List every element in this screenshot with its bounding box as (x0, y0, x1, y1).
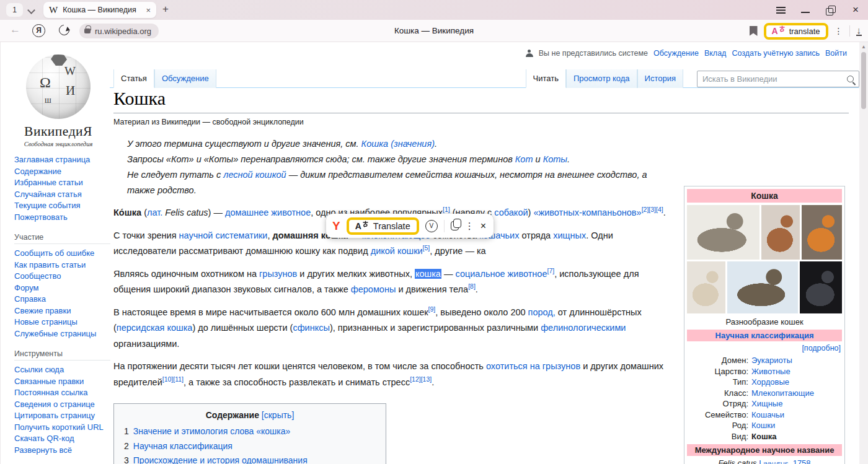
cat-photo-tabby-cat-lying[interactable] (687, 205, 760, 260)
sidebar-link[interactable]: Пожертвовать (14, 212, 110, 224)
details-link[interactable]: [подробно] (687, 341, 842, 354)
wiki-link[interactable]: Животные (751, 367, 790, 376)
sidebar-link[interactable]: Текущие события (14, 200, 110, 212)
wiki-link[interactable]: [10][11] (162, 375, 184, 383)
chevron-down-icon[interactable] (27, 6, 35, 14)
tab-counter-button[interactable]: 1 (6, 3, 23, 17)
tab-close-icon[interactable]: × (146, 6, 151, 15)
classification-header[interactable]: Научная классификация (687, 330, 842, 341)
sidebar-link[interactable]: Случайная статья (14, 189, 110, 201)
restore-window-icon[interactable] (818, 0, 843, 20)
new-tab-button[interactable]: + (162, 3, 169, 15)
download-icon[interactable]: ↓ (856, 26, 862, 36)
wiki-link[interactable]: [12][13] (410, 375, 432, 383)
tab-history[interactable]: История (637, 69, 683, 88)
wikipedia-logo[interactable]: Ω W И ш ВикипедиЯ Свободная энциклопедия (12, 55, 105, 147)
wiki-link[interactable]: лат. (147, 208, 162, 217)
wiki-link[interactable]: [2][3][4] (642, 206, 663, 213)
sidebar-link[interactable]: Форум (14, 282, 110, 294)
lock-icon[interactable] (84, 28, 91, 33)
wiki-link[interactable]: собакой (494, 208, 528, 217)
browser-tab[interactable]: W Кошка — Википедия × (43, 2, 156, 18)
wiki-link[interactable]: Кот (515, 154, 533, 164)
wiki-link[interactable]: фелинологическими (541, 323, 626, 333)
browser-menu-icon[interactable] (769, 0, 794, 20)
copy-icon[interactable] (451, 221, 459, 230)
sidebar-link[interactable]: Связанные правки (14, 376, 110, 388)
sidebar-link[interactable]: Свежие правки (14, 305, 110, 317)
popup-more-icon[interactable]: ⋮ (465, 221, 474, 232)
wiki-link[interactable]: [7] (547, 267, 554, 274)
wiki-link[interactable]: домашнее животное (225, 208, 311, 217)
sidebar-link[interactable]: Скачать QR-код (14, 433, 110, 445)
wiki-link[interactable]: Млекопитающие (751, 388, 814, 398)
wiki-link[interactable]: Кошки (751, 421, 775, 430)
minimize-icon[interactable] (794, 0, 818, 20)
cat-photo-gray-cat-dark[interactable] (800, 261, 842, 313)
tab-article[interactable]: Статья (113, 69, 154, 88)
sidebar-link[interactable]: Сообщество (14, 271, 110, 282)
wiki-link[interactable]: Эукариоты (751, 356, 792, 365)
wiki-link[interactable]: сфинксы (293, 323, 329, 333)
wiki-link[interactable]: феромоны (351, 284, 396, 294)
address-bar[interactable]: ru.wikipedia.org (79, 24, 159, 38)
personal-link[interactable]: Войти (825, 49, 847, 58)
refresh-icon[interactable] (57, 23, 72, 38)
wiki-link[interactable]: пород, (528, 307, 556, 317)
wiki-link[interactable]: персидская кошка (117, 323, 193, 333)
wiki-link[interactable]: охотиться на грызунов (486, 361, 580, 371)
popup-translate-button[interactable]: A Translate (347, 217, 419, 235)
back-icon[interactable]: ← (10, 24, 20, 36)
scroll-up-icon[interactable]: ▲ (861, 44, 866, 50)
wiki-link[interactable]: [9] (428, 305, 436, 313)
tab-talk[interactable]: Обсуждение (154, 69, 216, 88)
wiki-link[interactable]: дикой кошки (371, 246, 423, 256)
cat-photo-abyssinian-cat[interactable] (761, 205, 800, 260)
sidebar-link[interactable]: Служебные страницы (14, 328, 110, 340)
wiki-link[interactable]: Кошачьи (751, 410, 784, 419)
sidebar-link[interactable]: Получить короткий URL (14, 422, 110, 434)
wiki-link[interactable]: Linnaeus (759, 458, 788, 464)
toc-entry[interactable]: 2Научная классификация (124, 439, 376, 454)
wiki-link[interactable]: Хордовые (751, 377, 789, 387)
wiki-link[interactable]: «животных-компаньонов» (533, 208, 641, 217)
wiki-link[interactable]: социальное животное (455, 269, 547, 279)
toc-entry[interactable]: 1Значение и этимология слова «кошка» (124, 424, 376, 439)
translate-options-icon[interactable]: ⋮ (835, 26, 843, 36)
bookmark-icon[interactable] (750, 26, 758, 36)
wiki-link[interactable]: , 1758 (788, 458, 810, 464)
tab-read[interactable]: Читать (526, 69, 566, 88)
sidebar-link[interactable]: Цитировать страницу (14, 410, 110, 422)
sidebar-link[interactable]: Развернуть всё (14, 445, 110, 457)
wiki-link[interactable]: хищных (553, 230, 586, 240)
scrollbar-thumb[interactable] (861, 52, 866, 109)
tab-view-source[interactable]: Просмотр кода (566, 69, 637, 88)
yandex-home-icon[interactable]: Я (32, 24, 45, 37)
sidebar-link[interactable]: Содержание (14, 166, 110, 178)
page-scrollbar[interactable]: ▲ (859, 42, 868, 464)
wiki-link[interactable]: лесной кошкой (223, 170, 286, 180)
sidebar-link[interactable]: Как править статьи (14, 260, 110, 271)
wiki-link[interactable]: Кошка (значения) (361, 139, 435, 149)
cat-photo-orange-white-cat[interactable] (802, 205, 842, 260)
popup-close-icon[interactable]: × (480, 221, 486, 232)
wiki-link[interactable]: научной систематики (179, 230, 268, 240)
sidebar-link[interactable]: Новые страницы (14, 317, 110, 328)
wiki-search-box[interactable] (697, 71, 859, 87)
sidebar-link[interactable]: Постоянная ссылка (14, 387, 110, 399)
sidebar-link[interactable]: Заглавная страница (14, 154, 110, 166)
personal-link[interactable]: Создать учётную запись (732, 49, 820, 58)
search-icon[interactable] (847, 76, 854, 82)
toc-entry[interactable]: 3Происхождение и история одомашнивания (124, 453, 376, 464)
sidebar-link[interactable]: Избранные статьи (14, 177, 110, 189)
read-aloud-icon[interactable]: V (425, 220, 438, 232)
sidebar-link[interactable]: Ссылки сюда (14, 364, 110, 376)
wiki-link[interactable]: [1] (443, 206, 450, 213)
sidebar-link[interactable]: Сведения о странице (14, 399, 110, 411)
wiki-link[interactable]: [8] (468, 282, 476, 290)
toc-hide-link[interactable]: [скрыть] (262, 410, 294, 420)
sidebar-link[interactable]: Справка (14, 294, 110, 305)
wiki-link[interactable]: Хищные (751, 399, 782, 408)
close-window-icon[interactable]: × (843, 0, 868, 20)
cat-photo-cream-siamese-cat[interactable] (687, 261, 725, 313)
